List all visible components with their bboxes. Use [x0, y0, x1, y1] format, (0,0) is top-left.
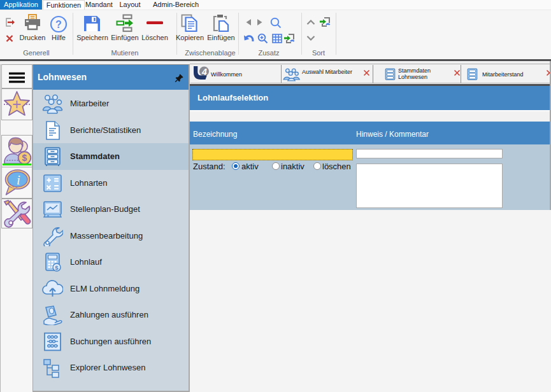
svg-text:$: $	[55, 264, 59, 271]
svg-text:?: ?	[55, 19, 62, 30]
svg-text:4: 4	[201, 67, 207, 77]
svg-text:i: i	[17, 172, 20, 188]
svg-text:$: $	[22, 153, 27, 163]
